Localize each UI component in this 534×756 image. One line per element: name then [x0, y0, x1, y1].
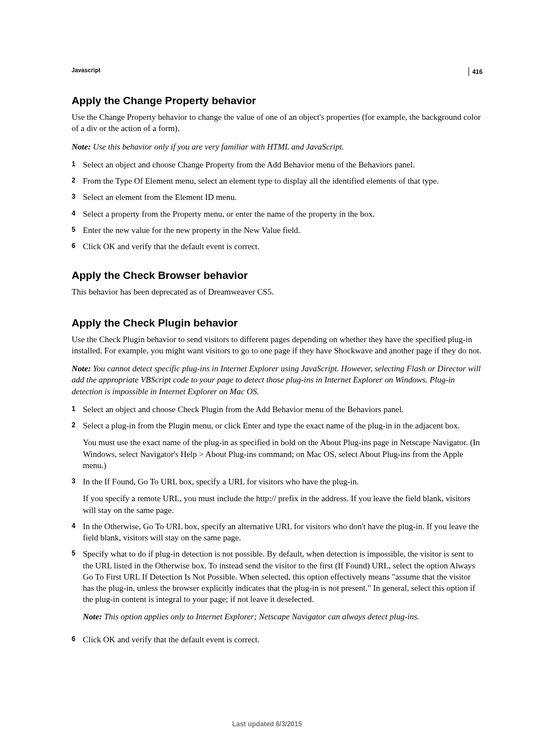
page-footer: Last updated 6/3/2015: [0, 720, 534, 728]
note: Note: Use this behavior only if you are …: [72, 141, 483, 152]
step-body-text: If you specify a remote URL, you must in…: [83, 493, 483, 516]
step-item: 6 Click OK and verify that the default e…: [72, 241, 483, 252]
step-body-text: In the If Found, Go To URL box, specify …: [83, 476, 483, 487]
step-body: In the Otherwise, Go To URL box, specify…: [83, 521, 483, 544]
step-item: 1 Select an object and choose Change Pro…: [72, 159, 483, 170]
step-item: 6 Click OK and verify that the default e…: [72, 634, 483, 645]
step-number: 6: [72, 634, 83, 643]
step-item: 1 Select an object and choose Check Plug…: [72, 404, 483, 415]
step-number: 5: [72, 548, 83, 557]
document-page: 416 Javascript Apply the Change Property…: [0, 0, 534, 756]
step-number: 1: [72, 404, 83, 413]
step-body: Click OK and verify that the default eve…: [83, 634, 483, 645]
step-body-text: You must use the exact name of the plug-…: [83, 437, 483, 471]
step-body: Select an element from the Element ID me…: [83, 192, 483, 203]
note: Note: You cannot detect specific plug-in…: [72, 363, 483, 397]
section-heading: Apply the Change Property behavior: [72, 95, 483, 107]
chapter-header: Javascript: [72, 67, 483, 73]
step-body: Select an object and choose Check Plugin…: [83, 404, 483, 415]
step-item: 2 From the Type Of Element menu, select …: [72, 175, 483, 186]
step-body: Click OK and verify that the default eve…: [83, 241, 483, 252]
step-number: 3: [72, 192, 83, 200]
step-body: From the Type Of Element menu, select an…: [83, 175, 483, 186]
step-number: 2: [72, 175, 83, 184]
step-body: Select a plug-in from the Plugin menu, o…: [83, 420, 483, 471]
step-body: Specify what to do if plug-in detection …: [83, 548, 483, 629]
step-number: 5: [72, 225, 83, 234]
note-label: Note:: [72, 142, 91, 151]
step-number: 6: [72, 241, 83, 250]
section-heading: Apply the Check Browser behavior: [72, 269, 483, 282]
step-body: Select an object and choose Change Prope…: [83, 159, 483, 170]
note-text: This option applies only to Internet Exp…: [102, 612, 419, 621]
page-number-text: 416: [472, 68, 483, 75]
step-list: 1 Select an object and choose Check Plug…: [72, 404, 483, 645]
page-number: 416: [469, 67, 483, 76]
step-body: In the If Found, Go To URL box, specify …: [83, 476, 483, 516]
step-body-text: Specify what to do if plug-in detection …: [83, 548, 483, 605]
step-item: 4 In the Otherwise, Go To URL box, speci…: [72, 521, 483, 544]
note-label: Note:: [72, 364, 91, 373]
step-number: 3: [72, 476, 83, 485]
note-label: Note:: [83, 612, 102, 621]
note-text: You cannot detect specific plug-ins in I…: [72, 364, 481, 396]
step-list: 1 Select an object and choose Change Pro…: [72, 159, 483, 253]
section-heading: Apply the Check Plugin behavior: [72, 317, 483, 329]
step-item: 5 Enter the new value for the new proper…: [72, 225, 483, 236]
note: Note: This option applies only to Intern…: [83, 611, 483, 622]
step-item: 2 Select a plug-in from the Plugin menu,…: [72, 420, 483, 471]
note-text: Use this behavior only if you are very f…: [91, 142, 344, 151]
body-text: Use the Change Property behavior to chan…: [72, 111, 483, 134]
step-number: 2: [72, 420, 83, 429]
body-text: Use the Check Plugin behavior to send vi…: [72, 334, 483, 357]
body-text: This behavior has been deprecated as of …: [72, 286, 483, 297]
step-item: 5 Specify what to do if plug-in detectio…: [72, 548, 483, 629]
step-number: 1: [72, 159, 83, 168]
step-item: 4 Select a property from the Property me…: [72, 208, 483, 220]
step-item: 3 Select an element from the Element ID …: [72, 192, 483, 203]
step-body: Enter the new value for the new property…: [83, 225, 483, 236]
step-item: 3 In the If Found, Go To URL box, specif…: [72, 476, 483, 516]
step-number: 4: [72, 521, 83, 530]
step-body: Select a property from the Property menu…: [83, 208, 483, 220]
step-number: 4: [72, 208, 83, 217]
step-body-text: Select a plug-in from the Plugin menu, o…: [83, 420, 483, 431]
